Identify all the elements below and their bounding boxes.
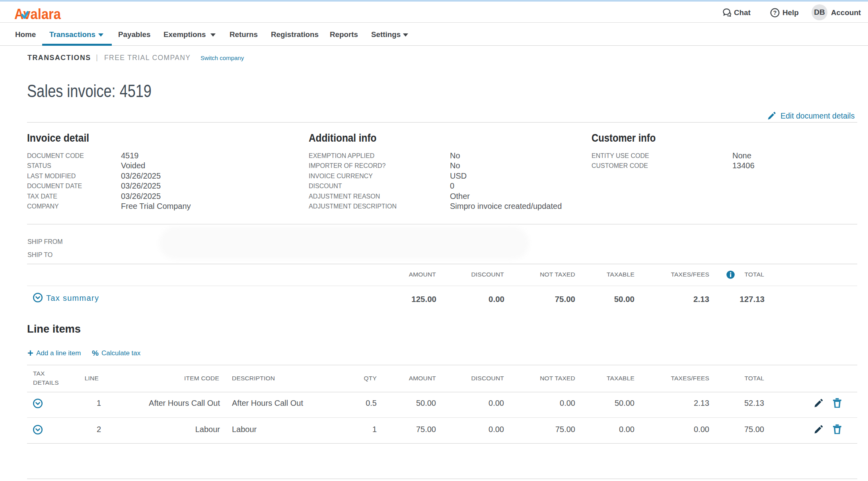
svg-text:?: ? [773,10,777,16]
svg-text:Avalara: Avalara [14,6,61,21]
